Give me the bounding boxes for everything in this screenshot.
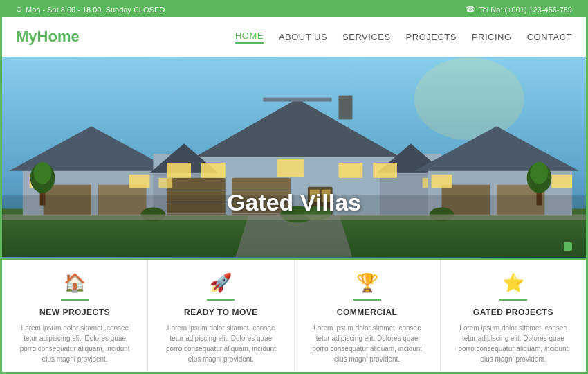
svg-rect-9 bbox=[129, 175, 150, 188]
svg-rect-41 bbox=[551, 175, 572, 188]
feature-divider-1 bbox=[61, 299, 89, 301]
feature-icon-2: 🚀 bbox=[162, 272, 279, 294]
svg-rect-33 bbox=[277, 159, 304, 177]
svg-rect-40 bbox=[432, 175, 452, 188]
phone-text: Tel No: (+001) 123-456-789 bbox=[479, 6, 572, 14]
feature-title-4: GATED PROJECTS bbox=[454, 308, 572, 317]
logo-home: Home bbox=[37, 28, 80, 45]
svg-rect-17 bbox=[263, 98, 331, 102]
top-bar-right: ☎ Tel No: (+001) 123-456-789 bbox=[466, 5, 572, 14]
feature-icon-4: ⭐ bbox=[454, 272, 572, 294]
svg-rect-31 bbox=[339, 163, 363, 178]
feature-text-3: Lorem ipsum dolor sitamet, consec tetur … bbox=[309, 323, 426, 364]
feature-card-2: 🚀 READY TO MOVE Lorem ipsum dolor sitame… bbox=[148, 260, 294, 374]
nav-projects[interactable]: PROJECTS bbox=[406, 32, 457, 42]
nav-home[interactable]: HOME bbox=[235, 30, 264, 44]
slider-dot[interactable] bbox=[564, 242, 572, 251]
feature-icon-1: 🏠 bbox=[16, 272, 134, 294]
feature-title-2: READY TO MOVE bbox=[162, 308, 279, 317]
feature-title-1: NEW PROJECTS bbox=[16, 308, 134, 317]
features-section: 🏠 NEW PROJECTS Lorem ipsum dolor sitamet… bbox=[2, 258, 586, 374]
feature-divider-3 bbox=[353, 299, 381, 301]
phone-icon: ☎ bbox=[466, 5, 475, 14]
main-nav: HOME ABOUT US SERVICES PROJECTS PRICING … bbox=[235, 30, 572, 44]
svg-point-44 bbox=[34, 162, 52, 184]
svg-point-47 bbox=[531, 162, 549, 184]
svg-rect-30 bbox=[201, 163, 226, 178]
page-wrapper: ⊙ Mon - Sat 8.00 - 18.00. Sunday CLOSED … bbox=[0, 0, 588, 374]
feature-divider-2 bbox=[207, 299, 235, 301]
header: MyHome HOME ABOUT US SERVICES PROJECTS P… bbox=[2, 17, 586, 57]
feature-icon-3: 🏆 bbox=[309, 272, 426, 294]
hero-title: Gated Villas bbox=[227, 189, 361, 216]
svg-rect-16 bbox=[339, 96, 353, 120]
hero-image bbox=[2, 57, 586, 258]
logo: MyHome bbox=[16, 28, 80, 46]
clock-icon: ⊙ bbox=[16, 5, 22, 14]
svg-rect-34 bbox=[158, 178, 172, 188]
top-bar-left: ⊙ Mon - Sat 8.00 - 18.00. Sunday CLOSED bbox=[16, 5, 165, 14]
nav-pricing[interactable]: PRICING bbox=[472, 32, 512, 42]
nav-contact[interactable]: CONTACT bbox=[527, 32, 572, 42]
feature-text-1: Lorem ipsum dolor sitamet, consec tetur … bbox=[16, 323, 134, 364]
svg-rect-32 bbox=[373, 163, 397, 178]
top-bar: ⊙ Mon - Sat 8.00 - 18.00. Sunday CLOSED … bbox=[2, 2, 586, 17]
feature-divider-4 bbox=[499, 299, 527, 301]
svg-rect-29 bbox=[167, 163, 191, 178]
logo-my: My bbox=[16, 28, 37, 45]
feature-title-3: COMMERCIAL bbox=[309, 308, 426, 317]
hours-text: Mon - Sat 8.00 - 18.00. Sunday CLOSED bbox=[26, 6, 165, 14]
feature-text-4: Lorem ipsum dolor sitamet, consec tetur … bbox=[454, 323, 572, 364]
hero-section: Gated Villas bbox=[2, 57, 586, 258]
svg-point-1 bbox=[414, 57, 524, 140]
feature-card-1: 🏠 NEW PROJECTS Lorem ipsum dolor sitamet… bbox=[2, 260, 148, 374]
nav-about[interactable]: ABOUT US bbox=[279, 32, 327, 42]
feature-text-2: Lorem ipsum dolor sitamet, consec tetur … bbox=[162, 323, 279, 364]
nav-services[interactable]: SERVICES bbox=[342, 32, 391, 42]
feature-card-3: 🏆 COMMERCIAL Lorem ipsum dolor sitamet, … bbox=[295, 260, 441, 374]
feature-card-4: ⭐ GATED PROJECTS Lorem ipsum dolor sitam… bbox=[441, 260, 586, 374]
